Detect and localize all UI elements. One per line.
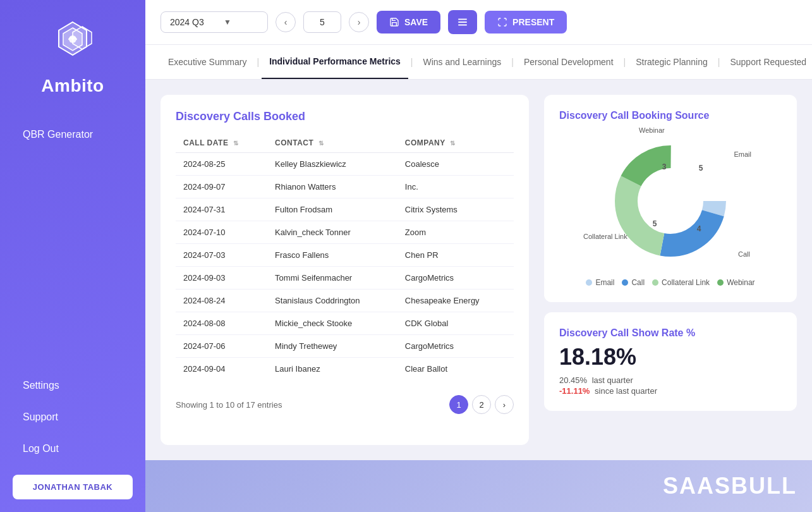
legend-label-email: Email <box>595 278 614 287</box>
tab-sep-5: | <box>715 57 723 67</box>
cell-company: Coalesce <box>397 153 514 176</box>
table-row: 2024-09-07 Rhianon Watters Inc. <box>176 176 514 198</box>
donut-label-email-num: 5 <box>699 164 703 173</box>
outer-label-webinar: Webinar <box>639 126 665 134</box>
table-row: 2024-09-04 Lauri Ibanez Clear Ballot <box>176 358 514 381</box>
outer-label-collateral: Collateral Link <box>583 233 627 240</box>
legend-dot-call <box>622 279 628 286</box>
table-row: 2024-07-06 Mindy Trethewey CargoMetrics <box>176 335 514 358</box>
cell-date: 2024-08-08 <box>176 312 267 335</box>
prev-slide-button[interactable]: ‹ <box>276 12 296 32</box>
sidebar-item-support[interactable]: Support <box>13 404 133 430</box>
cell-company: Citrix Systems <box>397 198 514 221</box>
show-rate-value: 18.18% <box>559 344 782 370</box>
save-button[interactable]: SAVE <box>377 11 440 34</box>
donut-label-call-num: 4 <box>697 224 701 233</box>
cell-company: Inc. <box>397 176 514 198</box>
pagination-bar: Showing 1 to 10 of 17 entries 1 2 › <box>176 390 514 414</box>
page-btn-1[interactable]: 1 <box>449 395 468 414</box>
ambito-logo-icon <box>47 19 98 70</box>
show-rate-title: Discovery Call Show Rate % <box>559 327 782 339</box>
present-icon <box>497 17 507 27</box>
chevron-down-icon: ▼ <box>224 18 258 27</box>
cell-contact: Fulton Frodsam <box>267 198 397 221</box>
pagination-controls: 1 2 › <box>449 395 514 414</box>
main-content: 2024 Q3 ▼ ‹ 5 › SAVE PRESENT <box>145 0 812 512</box>
tab-strategic-planning[interactable]: Strategic Planning <box>628 46 715 78</box>
table-row: 2024-09-03 Tommi Seifenmacher CargoMetri… <box>176 267 514 290</box>
topbar: 2024 Q3 ▼ ‹ 5 › SAVE PRESENT <box>145 0 812 45</box>
change-label: since last quarter <box>595 386 657 396</box>
pagination-text: Showing 1 to 10 of 17 entries <box>176 400 282 410</box>
tab-support-requested[interactable]: Support Requested <box>722 46 812 78</box>
booking-source-title: Discovery Call Booking Source <box>559 110 782 121</box>
cell-date: 2024-07-31 <box>176 198 267 221</box>
user-profile-button[interactable]: JONATHAN TABAK <box>13 475 133 499</box>
cell-company: CargoMetrics <box>397 335 514 358</box>
donut-chart: 5 4 5 3 Webinar Email Call Collateral L <box>601 131 740 271</box>
col-header-company[interactable]: COMPANY ⇅ <box>397 133 514 153</box>
donut-chart-container: 5 4 5 3 Webinar Email Call Collateral L <box>559 131 782 287</box>
cell-date: 2024-07-10 <box>176 221 267 244</box>
col-header-date[interactable]: CALL DATE ⇅ <box>176 133 267 153</box>
tab-executive-summary[interactable]: Executive Summary <box>161 46 254 78</box>
tab-sep-3: | <box>509 57 516 67</box>
sidebar-item-qbr-generator[interactable]: QBR Generator <box>13 121 133 148</box>
next-slide-button[interactable]: › <box>349 12 369 32</box>
table-row: 2024-07-03 Frasco Fallens Chen PR <box>176 244 514 267</box>
footer-banner: SAASBULL <box>145 460 812 512</box>
legend-label-collateral: Collateral Link <box>662 278 710 287</box>
logo-container: Ambito <box>41 19 104 96</box>
table-row: 2024-07-31 Fulton Frodsam Citrix Systems <box>176 198 514 221</box>
table-row: 2024-08-25 Kelley Blaszkiewicz Coalesce <box>176 153 514 176</box>
cell-contact: Tommi Seifenmacher <box>267 267 397 290</box>
show-rate-last-quarter: 20.45% last quarter <box>559 375 782 385</box>
col-header-contact[interactable]: CONTACT ⇅ <box>267 133 397 153</box>
cell-contact: Frasco Fallens <box>267 244 397 267</box>
tab-individual-performance[interactable]: Individual Performance Metrics <box>262 45 408 79</box>
cell-date: 2024-07-03 <box>176 244 267 267</box>
show-rate-card: Discovery Call Show Rate % 18.18% 20.45%… <box>544 312 797 411</box>
tab-wins-learnings[interactable]: Wins and Learnings <box>416 46 509 78</box>
save-icon <box>389 17 399 27</box>
show-rate-change: -11.11% since last quarter <box>559 386 782 396</box>
cell-company: CargoMetrics <box>397 267 514 290</box>
cell-contact: Lauri Ibanez <box>267 358 397 381</box>
quarter-selector[interactable]: 2024 Q3 ▼ <box>161 11 268 33</box>
tab-navigation: Executive Summary | Individual Performan… <box>145 45 812 80</box>
legend-dot-collateral <box>652 279 658 286</box>
sort-icon-company: ⇅ <box>450 140 456 147</box>
cell-contact: Kelley Blaszkiewicz <box>267 153 397 176</box>
present-button[interactable]: PRESENT <box>485 11 567 34</box>
page-btn-next[interactable]: › <box>495 395 514 414</box>
sidebar-item-logout[interactable]: Log Out <box>13 436 133 462</box>
sidebar: Ambito QBR Generator Settings Support Lo… <box>0 0 145 512</box>
menu-button[interactable] <box>448 10 477 34</box>
discovery-calls-panel: Discovery Calls Booked CALL DATE ⇅ CONTA… <box>161 95 529 445</box>
cell-company: Clear Ballot <box>397 358 514 381</box>
legend-webinar: Webinar <box>717 278 754 287</box>
cell-contact: Kalvin_check Tonner <box>267 221 397 244</box>
cell-company: CDK Global <box>397 312 514 335</box>
slide-number-display[interactable]: 5 <box>303 11 341 33</box>
donut-inner-circle <box>639 169 702 233</box>
logo-text: Ambito <box>41 76 104 96</box>
cell-contact: Rhianon Watters <box>267 176 397 198</box>
tab-sep-1: | <box>254 57 262 67</box>
content-area: Discovery Calls Booked CALL DATE ⇅ CONTA… <box>145 80 812 460</box>
footer-brand: SAASBULL <box>663 473 797 499</box>
legend-dot-email <box>586 279 592 286</box>
discovery-calls-title: Discovery Calls Booked <box>176 110 514 123</box>
cell-company: Zoom <box>397 221 514 244</box>
cell-contact: Stanislaus Coddrington <box>267 290 397 312</box>
menu-icon <box>457 16 468 28</box>
sidebar-item-settings[interactable]: Settings <box>13 372 133 399</box>
legend-email: Email <box>586 278 614 287</box>
cell-date: 2024-08-25 <box>176 153 267 176</box>
legend-label-call: Call <box>631 278 645 287</box>
cell-company: Chesapeake Energy <box>397 290 514 312</box>
cell-contact: Mindy Trethewey <box>267 335 397 358</box>
tab-personal-development[interactable]: Personal Development <box>516 46 621 78</box>
cell-contact: Mickie_check Stooke <box>267 312 397 335</box>
page-btn-2[interactable]: 2 <box>472 395 491 414</box>
